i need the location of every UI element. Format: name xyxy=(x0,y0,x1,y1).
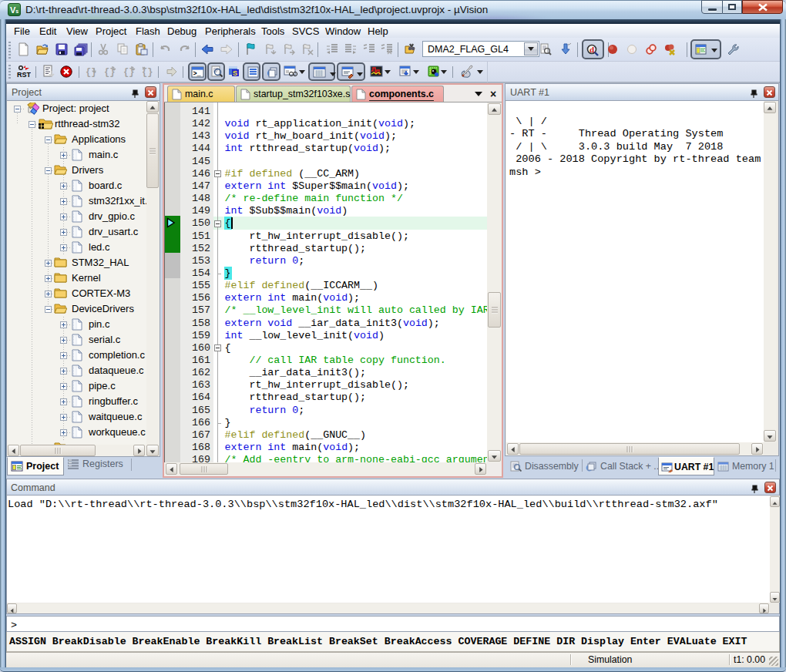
svg-text:S: S xyxy=(233,69,237,77)
svg-text:>_: >_ xyxy=(193,70,202,78)
svg-text:{}: {} xyxy=(123,67,134,78)
svg-text:d: d xyxy=(590,45,594,54)
svg-text:RST: RST xyxy=(17,71,31,79)
svg-text:{}: {} xyxy=(104,67,115,78)
svg-text:{}: {} xyxy=(86,67,96,78)
